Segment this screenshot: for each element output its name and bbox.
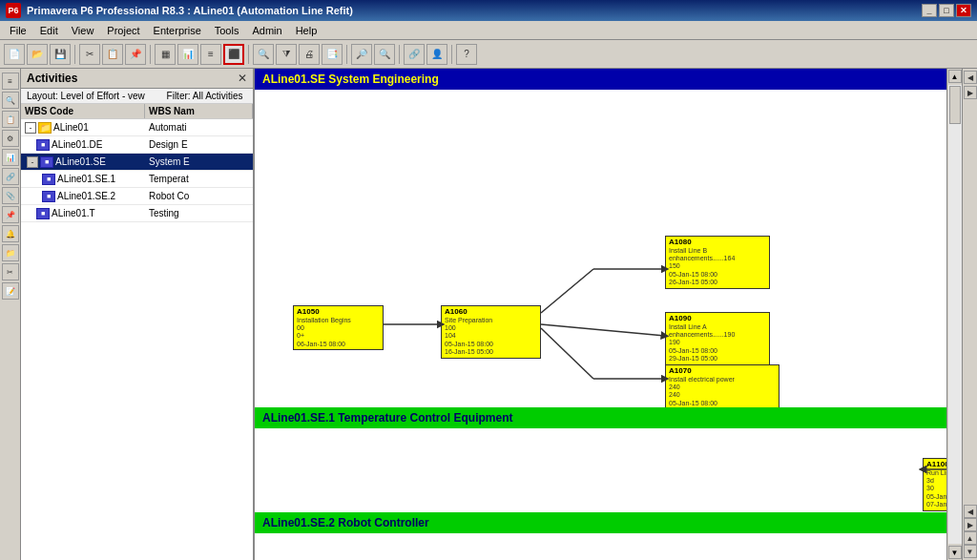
right-btn-2[interactable]: ▶ — [964, 86, 977, 99]
menu-view[interactable]: View — [66, 24, 100, 37]
A1080-date2: 26-Jan-15 05:00 — [669, 279, 766, 286]
right-btn-3[interactable]: ◀ — [964, 505, 977, 518]
se1-section-label: ALine01.SE.1 Temperature Control Equipme… — [262, 411, 513, 425]
toolbar-copy[interactable]: 📋 — [102, 44, 123, 65]
A1080-name: Install Line B — [669, 247, 766, 255]
chart-area: ALine01.SE System Engineering ALine01.SE… — [255, 69, 962, 560]
toolbar-assign[interactable]: 👤 — [426, 44, 447, 65]
se2-section-label: ALine01.SE.2 Robot Controller — [262, 516, 429, 529]
se-section-label: ALine01.SE System Engineering — [262, 73, 439, 86]
menu-bar: File Edit View Project Enterprise Tools … — [0, 21, 977, 40]
activity-box-A1080[interactable]: A1080 Install Line B enhancements......1… — [665, 236, 770, 289]
expander-se[interactable]: - — [27, 156, 38, 168]
toolbar-report[interactable]: 📑 — [322, 44, 343, 65]
close-button[interactable]: ✕ — [956, 4, 971, 17]
sidebar-icon-11[interactable]: ✂ — [2, 263, 19, 280]
minimize-button[interactable]: _ — [922, 4, 937, 17]
tree-item-aline01[interactable]: - 📁 ALine01 Automati — [21, 119, 253, 136]
toolbar-open[interactable]: 📂 — [27, 44, 48, 65]
toolbar-link[interactable]: 🔗 — [404, 44, 425, 65]
activity-icon-t: ■ — [36, 208, 50, 219]
sidebar-icon-4[interactable]: ⚙ — [2, 130, 19, 147]
sidebar-icon-5[interactable]: 📊 — [2, 149, 19, 166]
toolbar-grid[interactable]: ▦ — [155, 44, 176, 65]
sidebar-icon-10[interactable]: 📁 — [2, 244, 19, 261]
tree-header: WBS Code WBS Nam — [21, 104, 253, 119]
right-btn-5[interactable]: ▲ — [964, 531, 977, 545]
menu-help[interactable]: Help — [290, 24, 323, 37]
sidebar-icon-9[interactable]: 🔔 — [2, 225, 19, 242]
toolbar-gantt[interactable]: ≡ — [200, 44, 221, 65]
chart-scrollbar-v: ▲ ▼ — [946, 69, 962, 560]
activity-box-A1090[interactable]: A1090 Install Line A enhancements......1… — [665, 312, 770, 365]
chart-bg-se1 — [255, 428, 946, 512]
panel-header: Activities ✕ — [21, 69, 253, 89]
menu-edit[interactable]: Edit — [34, 24, 64, 37]
sidebar-icon-1[interactable]: ≡ — [2, 73, 19, 90]
menu-enterprise[interactable]: Enterprise — [148, 24, 207, 37]
right-sidebar: ◀ ▶ ◀ ▶ ▲ ▼ — [962, 69, 977, 560]
tree-item-aline01-de[interactable]: ■ ALine01.DE Design E — [21, 136, 253, 154]
toolbar-chart[interactable]: 📊 — [177, 44, 198, 65]
menu-admin[interactable]: Admin — [246, 24, 287, 37]
A1070-val: 240 — [669, 384, 776, 391]
title-bar-text: Primavera P6 Professional R8.3 : ALine01… — [27, 5, 353, 16]
toolbar-print[interactable]: 🖨 — [299, 44, 320, 65]
filter-label: Filter: All Activities — [167, 91, 243, 101]
scroll-thumb-v[interactable] — [949, 86, 961, 124]
toolbar-help[interactable]: ? — [456, 44, 477, 65]
menu-tools[interactable]: Tools — [209, 24, 245, 37]
panel-close-button[interactable]: ✕ — [238, 72, 247, 85]
app-icon: P6 — [6, 3, 21, 18]
tree-item-aline01-se[interactable]: - ■ ALine01.SE System E — [21, 154, 253, 171]
activity-icon-se2: ■ — [42, 191, 55, 202]
right-btn-4[interactable]: ▶ — [964, 518, 977, 531]
toolbar-sep-3 — [248, 45, 249, 64]
A1060-date1: 05-Jan-15 08:00 — [445, 341, 537, 348]
toolbar-save[interactable]: 💾 — [50, 44, 71, 65]
activity-icon-se: ■ — [40, 156, 53, 168]
sidebar-icon-8[interactable]: 📌 — [2, 206, 19, 223]
chart-bg-se2 — [255, 533, 946, 560]
sidebar-icon-2[interactable]: 🔍 — [2, 92, 19, 109]
toolbar-search[interactable]: 🔍 — [253, 44, 274, 65]
toolbar-sep-6 — [451, 45, 452, 64]
tree-name-de: Design E — [145, 139, 253, 150]
title-bar: P6 Primavera P6 Professional R8.3 : ALin… — [0, 0, 977, 21]
scroll-up-button[interactable]: ▲ — [948, 70, 962, 83]
toolbar-paste[interactable]: 📌 — [125, 44, 146, 65]
tree-body: - 📁 ALine01 Automati ■ ALine01.DE Design… — [21, 119, 253, 560]
activity-box-A1050[interactable]: A1050 Installation Begins 00 0+ 06-Jan-1… — [293, 305, 384, 350]
tree-name-aline01: Automati — [145, 122, 253, 133]
col-header-wbs: WBS Code — [21, 104, 145, 118]
toolbar-filter[interactable]: ⧩ — [276, 44, 297, 65]
A1090-val: enhancements......190 — [669, 331, 766, 339]
toolbar-cut[interactable]: ✂ — [79, 44, 100, 65]
sidebar-icon-6[interactable]: 🔗 — [2, 168, 19, 185]
sidebar-icon-3[interactable]: 📋 — [2, 111, 19, 128]
toolbar-new[interactable]: 📄 — [4, 44, 25, 65]
toolbar-network[interactable]: ⬛ — [223, 44, 244, 65]
sidebar-icon-12[interactable]: 📝 — [2, 282, 19, 300]
scroll-down-button[interactable]: ▼ — [948, 546, 962, 559]
expander-aline01[interactable]: - — [25, 122, 36, 134]
A1090-date2: 29-Jan-15 05:00 — [669, 355, 766, 363]
tree-item-aline01-se2[interactable]: ■ ALine01.SE.2 Robot Co — [21, 188, 253, 205]
menu-file[interactable]: File — [4, 24, 32, 37]
sidebar-icon-7[interactable]: 📎 — [2, 187, 19, 204]
tree-name-se: System E — [145, 156, 253, 167]
restore-button[interactable]: □ — [939, 4, 954, 17]
right-btn-6[interactable]: ▼ — [964, 545, 977, 558]
tree-item-aline01-se1[interactable]: ■ ALine01.SE.1 Temperat — [21, 171, 253, 188]
activity-box-A1060[interactable]: A1060 Site Preparation 100 104 05-Jan-15… — [441, 305, 541, 359]
title-bar-controls: _ □ ✕ — [922, 4, 971, 17]
tree-item-aline01-t[interactable]: ■ ALine01.T Testing — [21, 205, 253, 222]
tree-label-t: ALine01.T — [52, 208, 95, 218]
activity-icon-se1: ■ — [42, 174, 55, 185]
right-btn-1[interactable]: ◀ — [964, 71, 977, 84]
folder-icon-aline01: 📁 — [38, 122, 52, 134]
menu-project[interactable]: Project — [101, 24, 145, 37]
toolbar-zoom-out[interactable]: 🔍 — [374, 44, 395, 65]
se-section-header: ALine01.SE System Engineering — [255, 69, 946, 90]
toolbar-zoom-in[interactable]: 🔎 — [351, 44, 372, 65]
